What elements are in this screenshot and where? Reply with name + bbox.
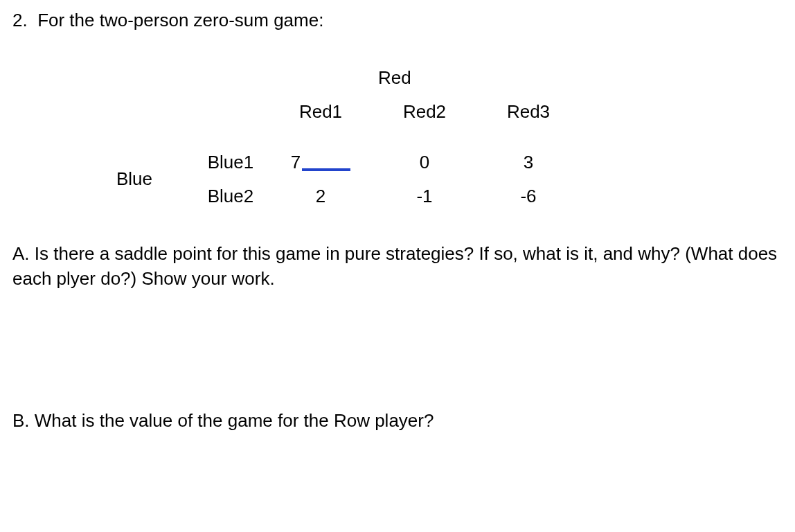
text-cursor-icon (302, 168, 350, 171)
cell-blue1-red3: 3 (476, 150, 580, 175)
cell-blue1-red2: 0 (373, 150, 476, 175)
question-number: 2. (12, 10, 28, 30)
cell-blue2-red3: -6 (476, 184, 580, 209)
col-header-red3: Red3 (476, 100, 580, 124)
question-header: 2. For the two-person zero-sum game: (12, 8, 783, 33)
row-group-header: Blue (116, 168, 152, 192)
value-7: 7 (291, 152, 301, 172)
cell-blue2-red2: -1 (373, 184, 476, 209)
payoff-table: Red Red1 Red2 Red3 Blue Blue1 7 0 3 Blue… (116, 66, 783, 209)
part-a: A. Is there a saddle point for this game… (12, 242, 783, 290)
cell-blue2-red1: 2 (269, 184, 373, 209)
row-header-blue2: Blue2 (193, 184, 269, 209)
col-header-red2: Red2 (373, 100, 476, 124)
cell-blue1-red1: 7 (269, 150, 373, 175)
part-b: B. What is the value of the game for the… (12, 409, 783, 433)
col-group-header: Red (373, 66, 476, 90)
col-header-red1: Red1 (269, 100, 373, 124)
question-intro: For the two-person zero-sum game: (37, 10, 323, 30)
row-header-blue1: Blue1 (193, 150, 269, 175)
